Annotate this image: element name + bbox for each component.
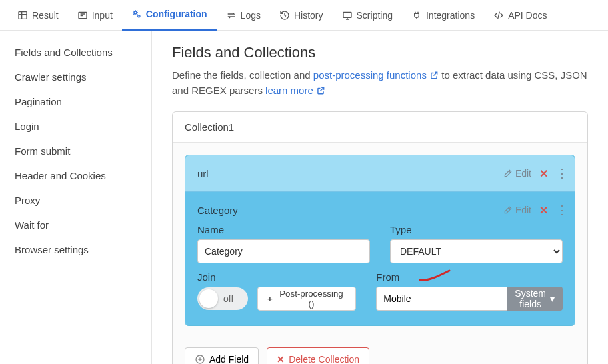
type-label: Type [390,224,563,235]
post-processing-link[interactable]: post-processing functions [313,69,441,81]
sidebar-item-header-cookies[interactable]: Header and Cookies [0,163,151,188]
page-description: Define the fields, collection and post-p… [172,68,588,98]
plus-circle-icon [195,354,205,364]
toggle-knob [199,289,218,308]
sidebar-item-crawler-settings[interactable]: Crawler settings [0,65,151,89]
caret-down-icon: ▾ [550,293,555,304]
edit-button[interactable]: Edit [503,168,531,179]
from-label: From [376,271,563,283]
tab-api-docs[interactable]: API Docs [484,0,556,31]
sidebar-item-login[interactable]: Login [0,114,151,139]
pp-label: Post-processing () [277,289,347,309]
close-icon: ✕ [277,354,285,364]
field-url-row[interactable]: url Edit ✕ ⋮ [185,155,575,192]
join-label: Join [197,271,356,283]
content: Fields and Collections Define the fields… [152,31,608,364]
history-icon [279,10,290,21]
code-icon [493,10,504,21]
learn-more-link[interactable]: learn more [265,85,325,96]
remove-button[interactable]: ✕ [539,167,548,180]
tab-label: API Docs [508,10,547,21]
collection-actions: Add Field ✕ Delete Collection [173,338,587,364]
svg-point-3 [137,15,139,17]
tab-integrations[interactable]: Integrations [402,0,484,31]
svg-rect-4 [343,12,351,17]
sidebar-item-proxy[interactable]: Proxy [0,188,151,213]
field-title: Category [197,205,238,216]
plug-icon [411,10,422,21]
kebab-menu[interactable]: ⋮ [556,166,563,181]
main: Fields and Collections Crawler settings … [0,31,608,364]
tab-label: Input [92,10,113,21]
external-link-icon [316,86,325,95]
link-text: post-processing functions [313,69,427,81]
remove-button[interactable]: ✕ [539,204,548,217]
link-text: learn more [265,85,313,96]
transfer-icon [226,10,237,21]
delete-collection-button[interactable]: ✕ Delete Collection [267,347,369,364]
field-block: url Edit ✕ ⋮ Category [185,155,575,326]
input-icon [77,10,88,21]
edit-label: Edit [515,168,531,179]
sidebar-item-pagination[interactable]: Pagination [0,89,151,114]
sys-label: System fields [515,288,546,309]
tab-result[interactable]: Result [8,0,68,31]
toggle-label: off [223,293,233,304]
sidebar-item-wait-for[interactable]: Wait for [0,213,151,237]
svg-rect-0 [19,11,27,19]
tab-input[interactable]: Input [68,0,122,31]
tab-label: Result [32,10,59,21]
gears-icon [131,9,142,19]
desc-text: Define the fields, collection and [172,69,313,81]
tab-label: History [294,10,323,21]
tab-label: Logs [241,10,261,21]
collection-name[interactable]: Collection1 [173,112,587,143]
post-processing-button[interactable]: + Post-processing () [257,287,356,311]
top-nav: Result Input Configuration Logs History … [0,0,608,31]
plus-icon: + [267,294,273,304]
edit-button[interactable]: Edit [503,205,531,215]
field-actions: Edit ✕ ⋮ [503,203,563,217]
system-fields-button[interactable]: System fields ▾ [507,287,563,311]
kebab-menu[interactable]: ⋮ [556,203,563,217]
page-title: Fields and Collections [172,44,588,61]
tab-label: Integrations [426,10,475,21]
from-input[interactable] [376,287,507,311]
field-category-expanded: Category Edit ✕ ⋮ Name [185,192,575,325]
sidebar-item-form-submit[interactable]: Form submit [0,139,151,163]
edit-label: Edit [515,205,531,215]
name-input[interactable] [197,239,370,263]
tab-scripting[interactable]: Scripting [333,0,402,31]
tab-history[interactable]: History [270,0,333,31]
tab-logs[interactable]: Logs [217,0,270,31]
tab-configuration[interactable]: Configuration [122,0,217,31]
field-actions: Edit ✕ ⋮ [503,166,563,181]
add-field-button[interactable]: Add Field [185,347,259,364]
sidebar-item-browser-settings[interactable]: Browser settings [0,237,151,262]
type-select[interactable]: DEFAULT [390,239,563,263]
external-link-icon [429,71,439,80]
delete-label: Delete Collection [289,354,359,364]
edit-icon [503,169,513,178]
svg-point-2 [134,11,137,14]
name-label: Name [197,224,370,235]
sidebar: Fields and Collections Crawler settings … [0,31,152,364]
tab-label: Configuration [146,9,207,19]
field-title: url [197,168,209,179]
add-field-label: Add Field [209,354,249,364]
scripting-icon [342,10,353,21]
sidebar-item-fields-collections[interactable]: Fields and Collections [0,40,151,65]
tab-label: Scripting [357,10,393,21]
collection-panel: Collection1 url Edit ✕ ⋮ Categ [172,111,588,364]
edit-icon [503,205,513,215]
join-toggle[interactable]: off [197,287,248,310]
table-icon [17,10,28,21]
